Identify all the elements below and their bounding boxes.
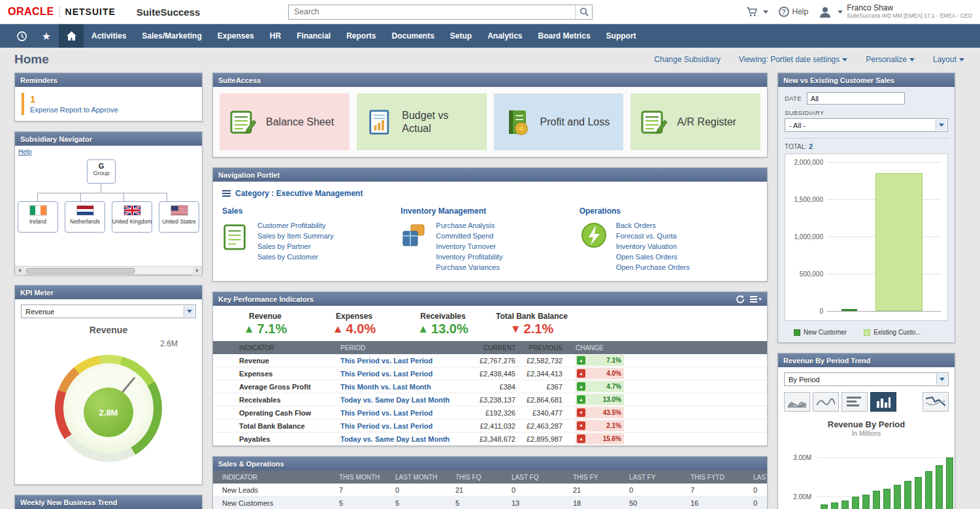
reminder-link[interactable]: Expense Report to Approve: [30, 106, 195, 114]
scroll-right-icon[interactable]: [193, 267, 202, 275]
topbar: ORACLE NETSUITE SuiteSuccess ? Help: [0, 0, 980, 24]
trend-bar: [841, 501, 849, 509]
nav-support[interactable]: Support: [598, 24, 644, 48]
change-subsidiary-link[interactable]: Change Subsidiary: [654, 55, 720, 64]
trend-bar: [821, 504, 828, 509]
trend-arrow-icon: ▲: [577, 356, 585, 365]
tile-balance-sheet[interactable]: Balance Sheet: [220, 93, 350, 150]
help-button[interactable]: ? Help: [779, 7, 809, 17]
kpi-gauge: Revenue 2.6M 2.8M: [21, 325, 196, 475]
search-icon[interactable]: [575, 5, 592, 19]
inventory-boxes-icon: [400, 221, 428, 251]
category-selector[interactable]: Category : Executive Management: [222, 189, 758, 198]
weekly-trend-header[interactable]: Weekly New Business Trend: [15, 495, 202, 509]
kpi-summary-revenue[interactable]: Revenue ▲7.1%: [221, 312, 310, 337]
reminder-item[interactable]: 1 Expense Report to Approve: [22, 93, 195, 115]
scroll-left-icon[interactable]: [15, 267, 24, 275]
kpi-portlet-header[interactable]: Key Performance Indicators: [213, 292, 767, 306]
search-input[interactable]: [289, 5, 575, 19]
link-sales-by-item-summary[interactable]: Sales by Item Summary: [257, 231, 334, 241]
link-customer-profitability[interactable]: Customer Profitability: [257, 221, 334, 231]
org-connector: [123, 193, 124, 201]
reminders-portlet-header[interactable]: Reminders: [15, 73, 202, 87]
link-sales-by-customer[interactable]: Sales by Customer: [257, 252, 334, 262]
subsidiary-select[interactable]: - All -: [785, 118, 948, 132]
tile-budget-vs-actual[interactable]: Budget vs Actual: [357, 93, 487, 150]
trend-chart-title: Revenue By Period: [784, 419, 949, 429]
horizontal-scrollbar[interactable]: [15, 266, 202, 274]
nav-documents[interactable]: Documents: [384, 24, 442, 48]
nav-board-metrics[interactable]: Board Metrics: [531, 24, 598, 48]
kpi-summary-receivables[interactable]: Receivables ▲13.0%: [399, 312, 487, 337]
line-chart-type-icon[interactable]: [813, 392, 839, 412]
link-back-orders[interactable]: Back Orders: [616, 221, 690, 231]
org-node-netherlands[interactable]: Netherlands: [65, 201, 105, 233]
portlet-menu-icon[interactable]: [750, 295, 762, 303]
link-purchase-analysis[interactable]: Purchase Analysis: [436, 221, 502, 231]
layout-link[interactable]: Layout: [933, 55, 964, 64]
nav-activities[interactable]: Activities: [84, 24, 134, 48]
nav-financial[interactable]: Financial: [289, 24, 338, 48]
revenue-trend-header[interactable]: Revenue By Period Trend: [778, 353, 955, 367]
sales-operations-header[interactable]: Sales & Operations: [213, 457, 767, 470]
shortcuts-star-icon[interactable]: ★: [34, 24, 59, 48]
link-open-purchase-orders[interactable]: Open Purchase Orders: [616, 263, 690, 272]
user-menu[interactable]: Franco Shaw SuiteSuccess WD MM [EMEA] 17…: [819, 4, 972, 20]
nav-sales-marketing[interactable]: Sales/Marketing: [134, 24, 209, 48]
home-tab[interactable]: [59, 24, 84, 48]
vbar-chart-type-icon[interactable]: [870, 392, 896, 412]
date-input[interactable]: [807, 92, 905, 105]
nav-analytics[interactable]: Analytics: [480, 24, 530, 48]
page-header: Home Change Subsidiary Viewing: Portlet …: [0, 48, 980, 71]
kpi-meter-select[interactable]: Revenue: [21, 304, 196, 318]
link-inventory-turnover[interactable]: Inventory Turnover: [436, 242, 502, 252]
org-node-united-states[interactable]: United States: [159, 201, 199, 233]
refresh-icon[interactable]: [736, 295, 745, 304]
org-node-united-kingdom[interactable]: United Kingdom: [112, 201, 152, 233]
change-badge: ▲4.7%: [576, 381, 624, 392]
link-inventory-valuation[interactable]: Inventory Valuation: [616, 242, 690, 252]
suiteaccess-header[interactable]: SuiteAccess: [213, 73, 767, 87]
role-switcher-button[interactable]: [746, 7, 768, 17]
new-vs-existing-header[interactable]: New vs Existing Customer Sales: [778, 73, 955, 87]
netsuite-logo: NETSUITE: [65, 7, 116, 17]
org-node-ireland[interactable]: Ireland: [18, 201, 58, 233]
cart-icon: [746, 7, 758, 17]
personalize-link[interactable]: Personalize: [866, 55, 915, 64]
link-purchase-variances[interactable]: Purchase Variances: [436, 263, 502, 272]
flag-uk-icon: [123, 205, 141, 216]
nav-expenses[interactable]: Expenses: [210, 24, 262, 48]
trend-line-type-icon[interactable]: [923, 392, 949, 412]
tile-ar-register[interactable]: A/R Register: [630, 93, 760, 150]
flag-ireland-icon: [29, 205, 47, 216]
kpi-summary-expenses[interactable]: Expenses ▲4.0%: [310, 312, 399, 337]
navigation-portlet: Navigation Portlet Category : Executive …: [212, 167, 768, 282]
nav-reports[interactable]: Reports: [338, 24, 384, 48]
scrollbar-thumb[interactable]: [25, 268, 135, 274]
link-open-sales-orders[interactable]: Open Sales Orders: [616, 252, 690, 262]
nav-setup[interactable]: Setup: [442, 24, 480, 48]
navigation-portlet-header[interactable]: Navigation Portlet: [213, 168, 767, 182]
trend-bar: [904, 481, 911, 509]
tile-profit-and-loss[interactable]: Profit and Loss: [494, 93, 624, 150]
viewing-settings-link[interactable]: Viewing: Portlet date settings: [739, 55, 848, 64]
help-link[interactable]: Help: [18, 148, 32, 156]
org-node-group[interactable]: G Group: [87, 159, 116, 184]
area-chart-type-icon[interactable]: [784, 392, 810, 412]
subsidiary-navigator-header[interactable]: Subsidiary Navigator: [15, 132, 202, 146]
total-value: 2: [809, 142, 813, 150]
link-forecast-vs-quota[interactable]: Forecast vs. Quota: [616, 231, 690, 241]
total-label: TOTAL:: [785, 143, 807, 150]
kpi-meter-header[interactable]: KPI Meter: [15, 286, 202, 299]
select-arrow-icon: [936, 374, 947, 385]
nav-hr[interactable]: HR: [262, 24, 289, 48]
help-icon: ?: [779, 7, 789, 17]
link-committed-spend[interactable]: Committed Spend: [436, 231, 502, 241]
link-sales-by-partner[interactable]: Sales by Partner: [257, 242, 334, 252]
recent-records-icon[interactable]: [9, 24, 34, 48]
kpi-summary-total-bank-balance[interactable]: Total Bank Balance ▼2.1%: [487, 312, 576, 337]
hbar-chart-type-icon[interactable]: [841, 392, 868, 412]
trend-period-select[interactable]: By Period: [784, 372, 949, 386]
link-inventory-profitability[interactable]: Inventory Profitability: [436, 252, 502, 262]
oracle-logo: ORACLE: [8, 6, 54, 18]
